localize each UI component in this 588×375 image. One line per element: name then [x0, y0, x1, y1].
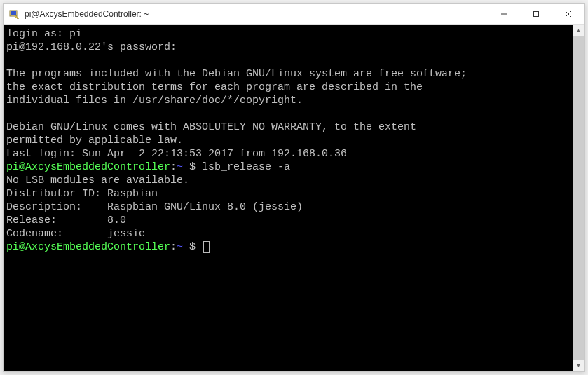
login-user: pi: [69, 28, 82, 40]
scroll-track[interactable]: [573, 36, 584, 360]
scroll-down-icon[interactable]: ▼: [573, 360, 584, 371]
svg-rect-1: [11, 11, 16, 15]
putty-window: pi@AxcysEmbeddedController: ~ login as: …: [3, 3, 585, 372]
last-login: Last login: Sun Apr 2 22:13:53 2017 from…: [6, 148, 347, 160]
output-line: Description: Raspbian GNU/Linux 8.0 (jes…: [6, 201, 303, 213]
window-title: pi@AxcysEmbeddedController: ~: [25, 9, 488, 19]
password-prompt: pi@192.168.0.22's password:: [6, 41, 177, 53]
motd-line: individual files in /usr/share/doc/*/cop…: [6, 95, 303, 107]
motd-line: the exact distribution terms for each pr…: [6, 81, 423, 93]
motd-line: permitted by applicable law.: [6, 135, 183, 146]
prompt-path: ~: [177, 241, 183, 253]
scroll-up-icon[interactable]: ▲: [573, 25, 584, 36]
output-line: Codename: jessie: [6, 228, 145, 240]
terminal-container: login as: pi pi@192.168.0.22's password:…: [4, 25, 584, 371]
minimize-button[interactable]: [488, 4, 520, 25]
motd-line: Debian GNU/Linux comes with ABSOLUTELY N…: [6, 121, 416, 133]
prompt-colon: :: [170, 161, 177, 173]
close-button[interactable]: [552, 4, 584, 25]
scroll-thumb[interactable]: [573, 36, 584, 360]
output-line: Release: 8.0: [6, 214, 126, 226]
prompt-path: ~: [177, 161, 183, 173]
login-as-label: login as:: [6, 28, 69, 40]
command-text: lsb_release -a: [202, 161, 290, 173]
output-line: Distributor ID: Raspbian: [6, 188, 158, 200]
maximize-button[interactable]: [520, 4, 552, 25]
output-line: No LSB modules are available.: [6, 175, 189, 186]
prompt-user-host: pi@AxcysEmbeddedController: [6, 161, 170, 173]
window-controls: [488, 4, 584, 24]
putty-icon: [9, 8, 20, 20]
terminal[interactable]: login as: pi pi@192.168.0.22's password:…: [4, 25, 573, 371]
svg-rect-3: [534, 12, 539, 17]
titlebar[interactable]: pi@AxcysEmbeddedController: ~: [4, 4, 584, 25]
prompt-colon: :: [170, 241, 177, 253]
motd-line: The programs included with the Debian GN…: [6, 68, 467, 80]
cursor-icon: [203, 241, 210, 253]
prompt-user-host: pi@AxcysEmbeddedController: [6, 241, 170, 253]
vertical-scrollbar[interactable]: ▲ ▼: [573, 25, 584, 371]
prompt-dollar: $: [183, 161, 202, 173]
prompt-dollar: $: [183, 241, 202, 253]
